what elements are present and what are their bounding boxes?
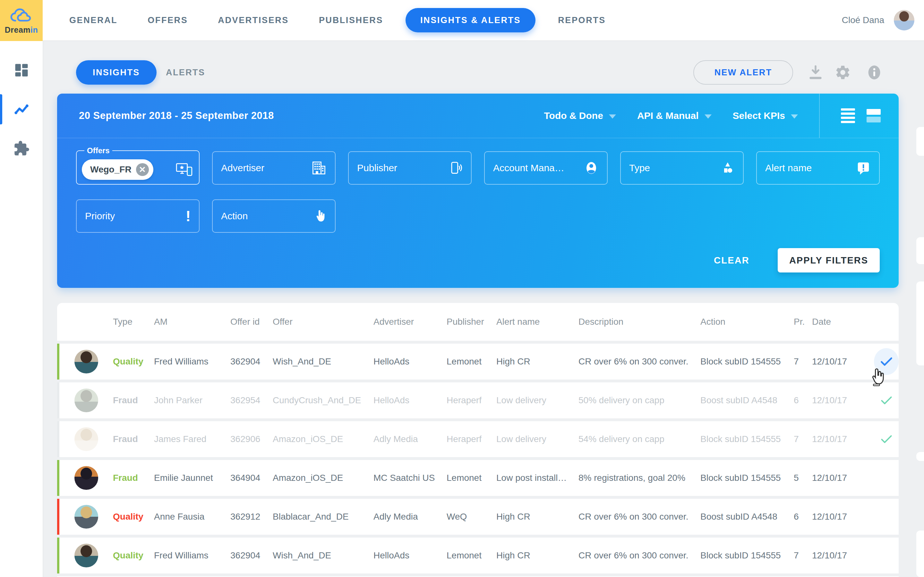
user-menu[interactable]: Cloé Dana bbox=[842, 0, 914, 40]
table-row[interactable]: Fraud Emilie Jaunnet 364904 Amazon_iOS_D… bbox=[57, 460, 899, 496]
nav-reports[interactable]: REPORTS bbox=[558, 15, 606, 25]
date-range-picker[interactable]: 20 September 2018 - 25 September 2018 bbox=[79, 110, 274, 121]
cell-priority: 7 bbox=[794, 550, 812, 561]
cell-offer: Amazon_iOS_DE bbox=[273, 473, 373, 483]
avatar-green-man bbox=[74, 388, 98, 412]
pointer-hand-cursor bbox=[868, 366, 886, 387]
offer-chip-label: Wego_FR bbox=[90, 164, 132, 175]
resolve-check-button[interactable] bbox=[874, 393, 899, 408]
tab-insights[interactable]: INSIGHTS bbox=[76, 60, 157, 85]
dashboard-grid-icon bbox=[13, 62, 30, 79]
nav-offers[interactable]: OFFERS bbox=[148, 15, 188, 25]
am-avatar-cell bbox=[57, 388, 113, 412]
col-pr: Pr. bbox=[794, 317, 812, 327]
nav-insights-alerts-active[interactable]: INSIGHTS & ALERTS bbox=[405, 8, 535, 32]
filter-panel-header: 20 September 2018 - 25 September 2018 To… bbox=[57, 93, 899, 138]
nav-advertisers[interactable]: ADVERTISERS bbox=[218, 15, 289, 25]
cell-alert-name: High CR bbox=[496, 512, 578, 522]
avatar-beard-man bbox=[74, 350, 98, 374]
table-row[interactable]: Fraud John Parker 362954 CundyCrush_And_… bbox=[57, 382, 899, 418]
type-filter-field[interactable]: Type bbox=[620, 151, 744, 185]
tab-alerts[interactable]: ALERTS bbox=[166, 60, 205, 85]
alerts-table: Type AM Offer id Offer Advertiser Publis… bbox=[57, 303, 899, 577]
cell-publisher: Heraperf bbox=[447, 434, 496, 444]
cell-date: 12/10/17 bbox=[812, 550, 874, 561]
new-alert-button[interactable]: NEW ALERT bbox=[693, 60, 793, 85]
nav-publishers[interactable]: PUBLISHERS bbox=[319, 15, 383, 25]
remove-chip-icon[interactable]: ✕ bbox=[136, 163, 149, 176]
cell-alert-name: Low post install… bbox=[496, 473, 578, 483]
am-avatar-cell bbox=[57, 350, 113, 374]
table-body: Quality Fred Williams 362904 Wish_And_DE… bbox=[57, 343, 899, 574]
cell-offer: Blablacar_And_DE bbox=[273, 512, 373, 522]
user-avatar[interactable] bbox=[894, 10, 914, 31]
cell-description: 50% delivery on capp bbox=[578, 395, 700, 406]
cell-description: CR over 6% on 300 conver. bbox=[578, 550, 700, 561]
cell-offer: Amazon_iOS_DE bbox=[273, 434, 373, 444]
select-kpis-dropdown[interactable]: Select KPIs bbox=[733, 110, 798, 121]
alert-name-filter-field[interactable]: Alert name bbox=[756, 151, 880, 185]
line-chart-icon bbox=[13, 101, 30, 118]
sidebar-active-indicator bbox=[0, 94, 2, 124]
card-view-icon[interactable] bbox=[867, 109, 881, 122]
app-logo[interactable]: Dreamin bbox=[0, 0, 43, 41]
devices-icon bbox=[176, 162, 192, 177]
cell-advertiser: Adly Media bbox=[373, 434, 447, 444]
offers-filter-field[interactable]: Offers Wego_FR ✕ bbox=[76, 146, 200, 185]
table-row[interactable]: Quality Fred Williams 362904 Wish_And_DE… bbox=[57, 343, 899, 380]
clear-filters-button[interactable]: CLEAR bbox=[714, 255, 750, 266]
row-status-bar bbox=[57, 460, 59, 496]
cell-offer: CundyCrush_And_DE bbox=[273, 395, 373, 406]
apply-filters-button[interactable]: APPLY FILTERS bbox=[778, 248, 880, 272]
cell-publisher: Lemonet bbox=[447, 356, 496, 367]
filter-actions: CLEAR APPLY FILTERS bbox=[714, 248, 880, 272]
avatar-blonde-woman bbox=[74, 505, 98, 529]
advertiser-filter-field[interactable]: Advertiser bbox=[212, 151, 336, 185]
download-icon[interactable] bbox=[807, 64, 824, 81]
sidebar-item-integrations[interactable] bbox=[0, 129, 43, 168]
resolve-check-button[interactable] bbox=[874, 432, 899, 446]
cell-advertiser: HelloAds bbox=[373, 395, 447, 406]
sidebar-item-dashboard[interactable] bbox=[0, 51, 43, 90]
todo-done-dropdown[interactable]: Todo & Done bbox=[544, 110, 615, 121]
offer-chip: Wego_FR ✕ bbox=[82, 159, 153, 180]
puzzle-icon bbox=[13, 140, 30, 157]
cell-action: Boost subID A4548 bbox=[700, 395, 794, 406]
action-filter-field[interactable]: Action bbox=[212, 199, 336, 233]
sidebar-item-insights[interactable] bbox=[0, 90, 43, 129]
cell-priority: 5 bbox=[794, 473, 812, 483]
api-manual-dropdown[interactable]: API & Manual bbox=[637, 110, 712, 121]
info-icon[interactable] bbox=[866, 64, 883, 81]
table-row[interactable]: Quality Fred Williams 362904 Wish_And_DE… bbox=[57, 538, 899, 574]
building-icon bbox=[311, 161, 326, 175]
cell-type: Fraud bbox=[113, 434, 154, 444]
cell-date: 12/10/17 bbox=[812, 356, 874, 367]
priority-filter-field[interactable]: Priority bbox=[76, 199, 200, 233]
table-row[interactable]: Fraud James Fared 362906 Amazon_iOS_DE A… bbox=[57, 421, 899, 457]
cell-action: Block subID 154555 bbox=[700, 550, 794, 561]
list-view-icon[interactable] bbox=[841, 108, 855, 123]
cell-alert-name: High CR bbox=[496, 356, 578, 367]
exclamation-icon bbox=[186, 209, 191, 223]
shapes-icon bbox=[720, 161, 735, 175]
cell-offer-id: 362904 bbox=[230, 356, 273, 367]
divider bbox=[819, 93, 820, 138]
sidebar bbox=[0, 41, 43, 577]
filter-fields-row-2: Priority Action bbox=[76, 199, 336, 233]
table-row[interactable]: Quality Anne Fausia 362912 Blablacar_And… bbox=[57, 499, 899, 535]
col-offer-id: Offer id bbox=[230, 317, 273, 327]
cell-offer-id: 362912 bbox=[230, 512, 273, 522]
cell-publisher: Lemonet bbox=[447, 550, 496, 561]
publisher-filter-field[interactable]: Publisher bbox=[348, 151, 472, 185]
alert-bubble-icon bbox=[856, 161, 871, 175]
gear-icon[interactable] bbox=[835, 64, 851, 81]
account-manager-filter-field[interactable]: Account Mana… bbox=[484, 151, 607, 185]
nav-general[interactable]: GENERAL bbox=[69, 15, 118, 25]
cell-offer-id: 362954 bbox=[230, 395, 273, 406]
row-status-bar bbox=[57, 343, 59, 380]
row-status-bar bbox=[57, 538, 59, 574]
next-card-peek bbox=[916, 237, 924, 264]
filter-fields-row-1: Offers Wego_FR ✕ Advertiser bbox=[76, 151, 880, 190]
col-publisher: Publisher bbox=[447, 317, 496, 327]
logo-text: Dreamin bbox=[5, 25, 38, 35]
